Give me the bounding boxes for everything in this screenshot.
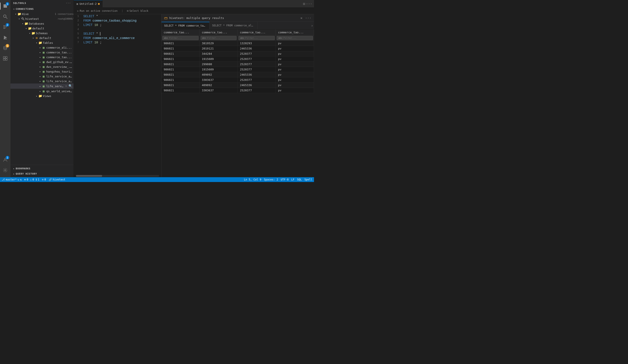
table-item-6[interactable]: ▦ life_service_ali... <box>10 74 74 79</box>
col-header-2[interactable]: commerce_tao... <box>238 29 276 36</box>
table-item-5[interactable]: ▦ hangzhou_touri... <box>10 69 74 74</box>
spaces-label: Spaces: 2 <box>264 178 278 181</box>
editor-toolbar: ▷ Run on active connection | ⊡ Select bl… <box>74 8 314 14</box>
table-row: 98602120191212465336pv <box>161 46 314 51</box>
results-panel: 🗃 hivetest: multiple query results ✕ ···… <box>161 14 314 177</box>
hivetest-connection[interactable]: 🔌 hivetest root@10000/ <box>10 16 74 21</box>
result-tab-2[interactable]: SELECT * FROM commerce_ali_e_com... <box>210 22 257 29</box>
cell-3-0: 986021 <box>161 57 199 62</box>
search-table-icon[interactable]: 🔍 <box>69 84 72 88</box>
status-remote[interactable]: ⊙ 0 <box>42 178 46 181</box>
result-tab-1[interactable]: SELECT * FROM commerce_taobao_sh... <box>161 22 210 29</box>
table-chevron-1 <box>38 51 42 54</box>
table-item-1[interactable]: ▦ commerce_tao... <box>10 50 74 55</box>
settings-activity-icon[interactable] <box>0 165 10 176</box>
table-item-9[interactable]: ▦ qs_world_unive... <box>10 89 74 94</box>
filter-icon-0: abc <box>164 37 168 39</box>
table-row: 98602119156092520377pv <box>161 57 314 62</box>
search-activity-icon[interactable] <box>0 11 10 22</box>
query-history-label: QUERY HISTORY <box>16 172 37 175</box>
table-item-8[interactable]: ▦ life_servi... ＋ 🔍 <box>10 83 74 89</box>
editor-area: ≡ Untitled-2 ⊡ ··· ▷ Run on active conne… <box>74 0 314 177</box>
status-encoding[interactable]: UTF-8 <box>281 178 289 181</box>
table-item-2[interactable]: ▦ commerce_tao... <box>10 55 74 60</box>
sqltools-activity-icon[interactable]: 1 <box>0 1 10 11</box>
table-chevron-7 <box>38 79 42 83</box>
language-label: SQL <box>297 178 302 181</box>
filter-input-3[interactable]: abc Filter... <box>277 36 313 40</box>
svg-point-16 <box>4 170 6 171</box>
split-editor-icon[interactable]: ⊡ <box>303 2 305 6</box>
editor-tab-active[interactable]: ≡ Untitled-2 <box>74 0 103 8</box>
col-header-1[interactable]: commerce_tao... <box>199 29 238 36</box>
default-db-node[interactable]: 📁 default <box>10 26 74 31</box>
cell-3-3: pv <box>276 57 314 62</box>
status-connection[interactable]: 🔗 hivetest <box>49 178 66 181</box>
tables-node[interactable]: 📁 Tables <box>10 40 74 45</box>
status-errors[interactable]: ⊗ 0 ⚠ 0 ℹ 1 <box>24 178 39 181</box>
editor-horizontal-scrollbar[interactable] <box>74 175 161 177</box>
results-tabs-more[interactable]: › <box>310 24 314 28</box>
git-branch-label: master* <box>6 178 17 181</box>
code-line-5: 5 SELECT * <box>74 32 161 36</box>
data-table-container[interactable]: commerce_tao... commerce_tao... commerce… <box>161 29 314 177</box>
filter-input-1[interactable]: abc Filter... <box>201 36 237 40</box>
results-close-icon[interactable]: ✕ <box>300 16 303 20</box>
col-header-3[interactable]: commerce_tao... <box>276 29 314 36</box>
select-block-label: Select block <box>129 9 148 12</box>
status-spell[interactable]: Spell <box>304 178 312 181</box>
table-item-0[interactable]: ▦ commerce_ali... <box>10 45 74 50</box>
select-block-button[interactable]: ⊡ Select block <box>126 9 150 13</box>
table-icon-8: ▦ <box>42 84 45 88</box>
status-position[interactable]: Ln 5, Col 9 <box>244 178 261 181</box>
line-ending-label: LF <box>291 178 294 181</box>
databases-node[interactable]: 📁 Databases <box>10 21 74 26</box>
hive-group[interactable]: 📁 Hive 1 connections <box>10 11 74 16</box>
query-history-section[interactable]: QUERY HISTORY <box>10 171 74 176</box>
filter-placeholder-1: Filter... <box>207 37 220 39</box>
table-label-1: commerce_tao... <box>46 51 74 54</box>
more-options-icon[interactable]: ··· <box>66 2 71 4</box>
account-activity-icon[interactable]: 1 <box>0 155 10 165</box>
code-line-7: 7 LIMIT 10 ; <box>74 40 161 45</box>
results-tabs: SELECT * FROM commerce_taobao_sh... SELE… <box>161 22 314 29</box>
cell-6-3: pv <box>276 72 314 77</box>
filter-input-2[interactable]: abc Filter... <box>238 36 275 40</box>
more-tab-options-icon[interactable]: ··· <box>306 2 312 6</box>
table-row: 9860212990802520377pv <box>161 62 314 67</box>
table-item-7[interactable]: ▦ life_service_ali... <box>10 79 74 83</box>
views-node[interactable]: 📁 Views <box>10 94 74 98</box>
cell-7-3: pv <box>276 77 314 83</box>
bookmarks-section[interactable]: BOOKMARKS <box>10 166 74 171</box>
hive-connections-count: 1 connections <box>55 13 74 15</box>
code-editor[interactable]: 1 SELECT * 2 FROM commerce_taobao_shoppi… <box>74 14 161 175</box>
run-activity-icon[interactable] <box>0 32 10 43</box>
table-chevron-2 <box>38 55 42 59</box>
text-cursor <box>100 32 100 36</box>
add-table-icon[interactable]: ＋ <box>65 84 68 88</box>
filter-cell-3: abc Filter... <box>276 36 314 41</box>
schemas-node[interactable]: 📁 Schemas <box>10 31 74 36</box>
col-header-0[interactable]: commerce_tao... <box>161 29 199 36</box>
status-spaces[interactable]: Spaces: 2 <box>264 178 278 181</box>
cell-1-1: 2019121 <box>199 46 238 51</box>
table-item-4[interactable]: ▦ dws_overview_... <box>10 64 74 69</box>
source-control-activity-icon[interactable]: 2 <box>0 22 10 32</box>
results-more-icon[interactable]: ··· <box>305 16 311 20</box>
table-icon-4: ▦ <box>42 65 45 68</box>
tables-icon: 📁 <box>38 41 42 45</box>
run-button[interactable]: ▷ Run on active connection <box>76 9 119 13</box>
table-row: 98602119156092520377pv <box>161 67 314 72</box>
database-activity-icon[interactable]: 1 <box>0 43 10 53</box>
cell-2-1: 344284 <box>199 51 238 57</box>
encoding-label: UTF-8 <box>281 178 289 181</box>
default-schema-node[interactable]: ⊞ default <box>10 36 74 40</box>
connections-section-header[interactable]: CONNECTIONS <box>10 6 74 11</box>
filter-cell-2: abc Filter... <box>238 36 276 41</box>
status-git-branch[interactable]: ⎇ master* ↻ ⇅ <box>2 178 22 181</box>
status-language[interactable]: SQL <box>297 178 302 181</box>
status-line-ending[interactable]: LF <box>291 178 294 181</box>
filter-input-0[interactable]: abc Filter... <box>162 36 199 40</box>
table-item-3[interactable]: ▦ dwd_github_ev... <box>10 60 74 64</box>
extensions-activity-icon[interactable] <box>0 53 10 64</box>
